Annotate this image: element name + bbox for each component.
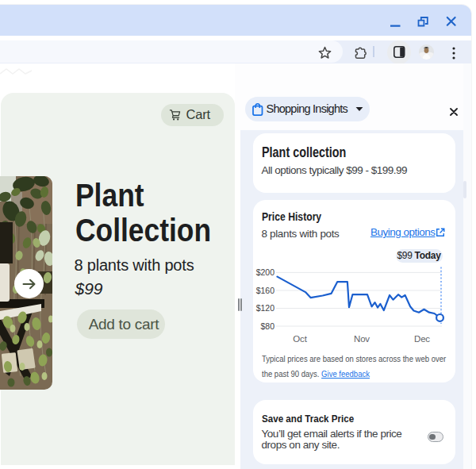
svg-text:$120: $120	[255, 303, 274, 313]
svg-text:Oct: Oct	[293, 334, 307, 344]
svg-text:$80: $80	[260, 321, 274, 331]
svg-text:Dec: Dec	[414, 334, 430, 344]
svg-text:$200: $200	[255, 267, 274, 277]
svg-text:Nov: Nov	[354, 334, 370, 344]
svg-text:$160: $160	[255, 286, 274, 295]
